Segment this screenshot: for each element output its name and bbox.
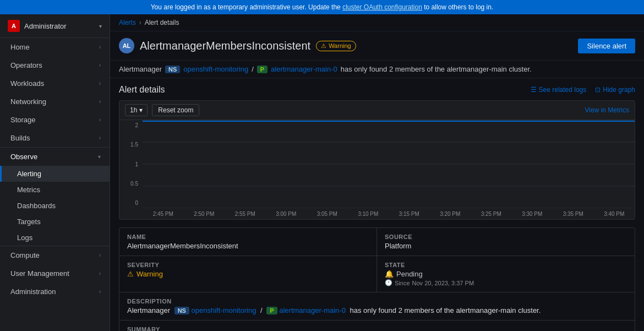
list-icon: ☰ [531, 86, 537, 94]
x-label-9: 3:30 PM [522, 211, 542, 217]
sidebar-sub-item-alerting[interactable]: Alerting [0, 166, 110, 182]
view-in-metrics-link[interactable]: View in Metrics [585, 106, 629, 114]
chevron-right-icon: › [99, 270, 101, 276]
x-label-11: 3:40 PM [604, 211, 624, 217]
breadcrumb-alerts-link[interactable]: Alerts [119, 19, 136, 26]
time-range-select[interactable]: 1h ▾ [125, 104, 148, 116]
admin-icon: A [8, 20, 20, 32]
description-label: Description [127, 298, 627, 305]
page-header: AL AlertmanagerMembersInconsistent ⚠ War… [110, 31, 644, 61]
chevron-down-icon: ▾ [98, 154, 101, 160]
warning-triangle-icon: ⚠ [321, 42, 326, 50]
chart-container: 1h ▾ Reset zoom View in Metrics 0 0.5 1 … [119, 100, 635, 220]
desc-ns-link[interactable]: openshift-monitoring [192, 306, 256, 314]
severity-value: ⚠ Warning [127, 270, 369, 278]
x-label-7: 3:20 PM [440, 211, 460, 217]
chevron-right-icon: › [99, 80, 101, 86]
breadcrumb-separator: › [139, 19, 141, 26]
silence-alert-button[interactable]: Silence alert [578, 39, 635, 53]
sidebar-sub-item-metrics[interactable]: Metrics [0, 182, 110, 198]
source-value: Platform [385, 242, 627, 250]
y-label-1: 1 [119, 161, 141, 167]
sidebar-header[interactable]: A Administrator ▾ [0, 14, 110, 38]
bell-icon: 🔔 [385, 270, 394, 278]
sidebar-sub-item-logs[interactable]: Logs [0, 230, 110, 246]
sidebar-item-administration[interactable]: Administration › [0, 283, 110, 301]
sidebar-sub-item-dashboards[interactable]: Dashboards [0, 198, 110, 214]
summary-cell: Summary A member of an Alertmanager clus… [119, 321, 635, 331]
description-cell: Description Alertmanager NS openshift-mo… [119, 292, 635, 321]
alert-avatar: AL [119, 38, 134, 53]
chart-x-axis: 2:45 PM 2:50 PM 2:55 PM 3:00 PM 3:05 PM … [143, 208, 635, 219]
chevron-right-icon: › [99, 44, 101, 50]
alert-details-section: Alert details ☰ See related logs ⊡ Hide … [110, 78, 644, 331]
sidebar-item-observe[interactable]: Observe ▾ [0, 148, 110, 166]
pod-badge: P [257, 66, 268, 73]
oauth-config-link[interactable]: cluster OAuth configuration [342, 3, 422, 11]
main-content: Alerts › Alert details AL AlertmanagerMe… [110, 14, 644, 331]
severity-label: Severity [127, 262, 369, 268]
sidebar-item-workloads[interactable]: Workloads › [0, 74, 110, 93]
sidebar-item-home[interactable]: Home › [0, 38, 110, 56]
sidebar-header-title: Administrator [24, 22, 95, 30]
chevron-right-icon: › [99, 117, 101, 123]
x-label-0: 2:45 PM [153, 211, 173, 217]
sidebar: A Administrator ▾ Home › Operators › Wor… [0, 14, 110, 331]
y-label-05: 0.5 [119, 181, 141, 187]
compute-group: Compute › [0, 246, 110, 264]
section-title: Alert details [119, 85, 165, 95]
reset-zoom-button[interactable]: Reset zoom [152, 104, 199, 116]
name-label: Name [127, 234, 369, 240]
chevron-right-icon: › [99, 62, 101, 68]
y-label-15: 1.5 [119, 142, 141, 148]
sidebar-item-compute[interactable]: Compute › [0, 246, 110, 264]
y-label-0: 0 [119, 200, 141, 206]
see-related-logs-link[interactable]: ☰ See related logs [531, 86, 587, 94]
y-label-2: 2 [119, 122, 141, 128]
x-label-2: 2:55 PM [235, 211, 255, 217]
x-label-5: 3:10 PM [358, 211, 378, 217]
x-label-6: 3:15 PM [399, 211, 419, 217]
page-title-row: AL AlertmanagerMembersInconsistent ⚠ War… [119, 38, 356, 53]
dropdown-chevron-icon: ▾ [139, 106, 143, 114]
desc-ns-badge: NS [174, 307, 189, 314]
sidebar-item-networking[interactable]: Networking › [0, 93, 110, 111]
namespace-link[interactable]: openshift-monitoring [183, 65, 248, 73]
sidebar-item-storage[interactable]: Storage › [0, 111, 110, 129]
state-value: 🔔 Pending [385, 270, 627, 278]
sidebar-item-user-management[interactable]: User Management › [0, 264, 110, 283]
pod-link[interactable]: alertmanager-main-0 [271, 65, 337, 73]
name-value: AlertmanagerMembersInconsistent [127, 242, 369, 250]
chart-plot [143, 120, 635, 208]
details-grid: Name AlertmanagerMembersInconsistent Sou… [119, 227, 635, 331]
name-cell: Name AlertmanagerMembersInconsistent [119, 228, 377, 256]
hide-graph-link[interactable]: ⊡ Hide graph [595, 86, 635, 94]
chevron-right-icon: › [99, 135, 101, 141]
observe-group: Observe ▾ Alerting Metrics Dashboards Ta… [0, 147, 110, 246]
x-label-4: 3:05 PM [317, 211, 337, 217]
sidebar-header-chevron: ▾ [99, 23, 102, 29]
warning-triangle-small-icon: ⚠ [127, 270, 134, 278]
state-cell: State 🔔 Pending 🕐 Since Nov 20, 2023, 3:… [377, 256, 635, 292]
description-value: Alertmanager NS openshift-monitoring / P… [127, 306, 627, 314]
x-label-1: 2:50 PM [194, 211, 214, 217]
sidebar-item-builds[interactable]: Builds › [0, 129, 110, 147]
section-actions: ☰ See related logs ⊡ Hide graph [531, 86, 635, 94]
breadcrumb: Alerts › Alert details [110, 14, 644, 31]
sidebar-sub-item-targets[interactable]: Targets [0, 214, 110, 230]
x-label-8: 3:25 PM [481, 211, 501, 217]
desc-pod-link[interactable]: alertmanager-main-0 [279, 306, 346, 314]
sidebar-item-operators[interactable]: Operators › [0, 56, 110, 74]
chart-svg [143, 120, 635, 208]
source-cell: Source Platform [377, 228, 635, 256]
alert-meta: Alertmanager NS openshift-monitoring / P… [110, 61, 644, 78]
chart-toolbar: 1h ▾ Reset zoom View in Metrics [119, 101, 635, 120]
section-header: Alert details ☰ See related logs ⊡ Hide … [119, 85, 635, 95]
chart-y-axis: 0 0.5 1 1.5 2 [119, 120, 141, 208]
chevron-right-icon: › [99, 289, 101, 295]
chevron-right-icon: › [99, 252, 101, 258]
since-text: 🕐 Since Nov 20, 2023, 3:37 PM [385, 279, 627, 286]
ns-badge: NS [165, 66, 180, 73]
severity-cell: Severity ⚠ Warning [119, 256, 377, 292]
x-label-10: 3:35 PM [563, 211, 583, 217]
